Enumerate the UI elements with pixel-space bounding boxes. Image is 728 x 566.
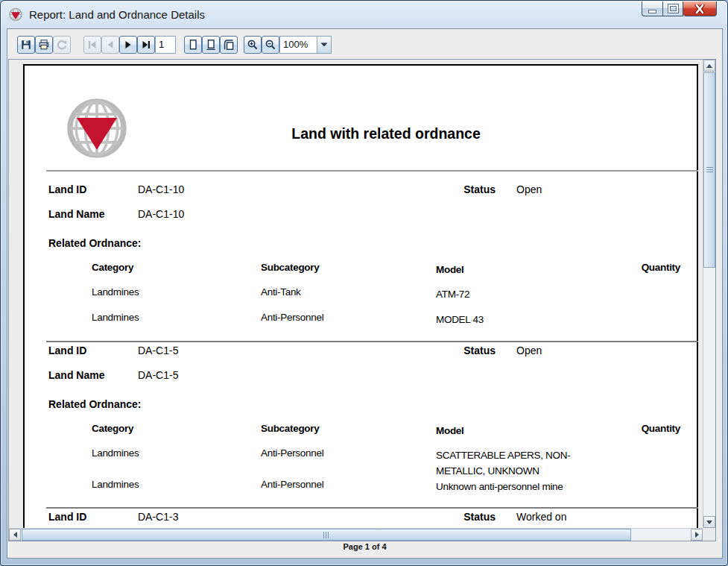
app-logo-icon — [8, 7, 23, 22]
chevron-down-icon — [320, 43, 328, 47]
zoom-in-icon — [247, 39, 259, 51]
col-subcategory: Subcategory — [261, 423, 319, 434]
status-value: Worked on — [516, 511, 566, 523]
land-id-label: Land ID — [48, 345, 86, 356]
next-page-icon — [122, 39, 134, 51]
save-button[interactable] — [17, 36, 35, 54]
horizontal-scroll-thumb[interactable] — [22, 529, 631, 541]
report-viewer-panel: Land with related ordnance Land ID DA-C1… — [8, 59, 716, 541]
combo-dropdown-button[interactable] — [317, 37, 331, 53]
record-field-row: Land Name DA-C1-5 — [25, 369, 697, 384]
close-button[interactable] — [683, 1, 717, 16]
left-arrow-icon — [13, 532, 17, 538]
fit-width-icon — [223, 39, 235, 51]
zoom-ratio-combobox[interactable]: 100% — [279, 36, 332, 54]
first-page-button[interactable] — [83, 36, 101, 54]
zoom-out-icon — [265, 39, 276, 51]
record-separator — [46, 341, 698, 342]
close-icon — [694, 4, 705, 13]
col-quantity: Quantity — [569, 262, 680, 273]
next-page-button[interactable] — [119, 36, 137, 54]
fit-page-button[interactable] — [202, 36, 220, 54]
report-title: Land with related ordnance — [159, 125, 613, 142]
vertical-scrollbar[interactable] — [703, 60, 715, 528]
status-label: Status — [442, 511, 496, 523]
last-page-icon — [140, 39, 152, 51]
up-arrow-icon — [706, 64, 712, 68]
statusbar: Page 1 of 4 — [7, 542, 722, 551]
window-title: Report: Land and Ordnance Details — [29, 8, 205, 21]
record-field-row: Land ID DA-C1-5 Status Open — [25, 345, 697, 359]
land-name-value: DA-C1-10 — [138, 208, 184, 220]
fit-width-button[interactable] — [220, 36, 238, 54]
last-page-button[interactable] — [137, 36, 155, 54]
col-quantity: Quantity — [569, 423, 680, 434]
land-name-label: Land Name — [48, 369, 104, 381]
status-label: Status — [442, 345, 496, 356]
land-id-value: DA-C1-5 — [138, 345, 178, 356]
previous-page-button[interactable] — [101, 36, 119, 54]
land-name-label: Land Name — [48, 208, 104, 220]
scroll-left-button[interactable] — [9, 529, 21, 541]
land-id-value: DA-C1-3 — [138, 511, 178, 523]
land-id-value: DA-C1-10 — [138, 183, 184, 195]
previous-page-icon — [104, 39, 116, 51]
report-page: Land with related ordnance Land ID DA-C1… — [23, 64, 698, 528]
titlebar[interactable]: Report: Land and Ordnance Details — [1, 1, 727, 28]
zoom-ratio-value: 100% — [280, 39, 317, 50]
record-separator — [46, 507, 698, 509]
minimize-icon — [649, 10, 656, 13]
window-controls — [642, 1, 717, 16]
maximize-icon — [668, 4, 678, 13]
reload-icon — [56, 39, 68, 51]
zoom-out-button[interactable] — [262, 36, 279, 54]
status-label: Status — [442, 183, 496, 195]
print-icon — [38, 39, 50, 51]
thumb-grip — [323, 532, 329, 538]
related-ordnance-heading: Related Ordnance: — [25, 398, 697, 413]
reload-button[interactable] — [53, 36, 71, 54]
record-field-row: Land ID DA-C1-10 Status Open — [25, 183, 697, 198]
col-category: Category — [92, 423, 133, 434]
page-count-text: Page 1 of 4 — [343, 542, 386, 551]
land-id-label: Land ID — [48, 183, 86, 195]
page-number-input[interactable] — [155, 36, 176, 54]
minimize-button[interactable] — [642, 1, 663, 16]
client-area: 100% — [7, 28, 723, 559]
zoom-in-button[interactable] — [244, 36, 262, 54]
related-ordnance-heading: Related Ordnance: — [25, 237, 697, 252]
land-name-value: DA-C1-5 — [138, 369, 178, 381]
print-button[interactable] — [35, 36, 53, 54]
scroll-down-button[interactable] — [703, 516, 715, 528]
col-category: Category — [92, 262, 133, 273]
right-arrow-icon — [695, 532, 699, 538]
scrollbar-corner — [703, 528, 715, 541]
app-window: Report: Land and Ordnance Details — [0, 0, 728, 566]
report-toolbar: 100% — [7, 29, 722, 58]
save-icon — [20, 39, 32, 51]
fit-page-icon — [205, 39, 217, 51]
actual-size-icon — [187, 39, 199, 51]
scroll-right-button[interactable] — [691, 529, 703, 541]
status-value: Open — [516, 183, 542, 195]
down-arrow-icon — [706, 521, 712, 524]
horizontal-scrollbar[interactable] — [9, 528, 703, 541]
vertical-scroll-thumb[interactable] — [703, 72, 715, 268]
col-subcategory: Subcategory — [261, 262, 319, 273]
scroll-up-button[interactable] — [703, 60, 715, 72]
thumb-grip — [706, 167, 713, 173]
status-value: Open — [516, 345, 542, 356]
maximize-button[interactable] — [663, 1, 683, 16]
land-id-label: Land ID — [48, 511, 86, 523]
record-field-row: Land Name DA-C1-10 — [25, 208, 697, 223]
record-field-row: Land ID DA-C1-3 Status Worked on — [25, 511, 697, 526]
report-viewport: Land with related ordnance Land ID DA-C1… — [9, 60, 703, 528]
actual-size-button[interactable] — [184, 36, 202, 54]
report-logo — [66, 94, 127, 169]
first-page-icon — [86, 39, 98, 51]
header-rule — [46, 170, 698, 172]
